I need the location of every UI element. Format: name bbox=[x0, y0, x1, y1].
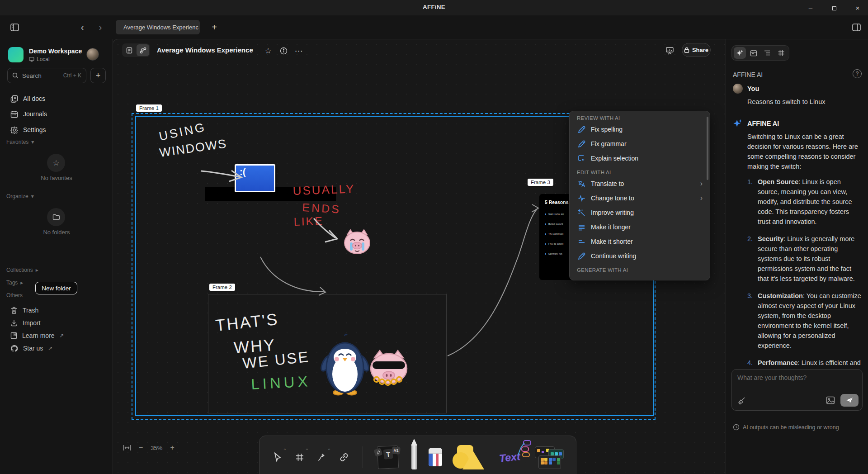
frame2-label[interactable]: Frame 2 bbox=[209, 284, 235, 291]
section-organize[interactable]: Organize ▾ bbox=[6, 193, 34, 199]
sidebar-item-star-us[interactable]: Star us ↗ bbox=[7, 341, 106, 355]
media-card-icon bbox=[538, 455, 561, 469]
menu-item-continue-writing[interactable]: Continue writing bbox=[570, 249, 710, 263]
doc-tab-label: Average Windows Experienc bbox=[123, 24, 198, 31]
pen-icon bbox=[411, 445, 417, 469]
menu-item-fix-spelling[interactable]: Fix spelling bbox=[570, 122, 710, 137]
bullet-text: Better securit bbox=[548, 223, 563, 225]
trash-icon bbox=[10, 307, 18, 314]
broom-icon[interactable] bbox=[737, 396, 746, 405]
shape-tool[interactable] bbox=[453, 445, 484, 469]
new-folder-button[interactable]: New folder bbox=[35, 282, 77, 294]
new-doc-button[interactable]: + bbox=[90, 68, 106, 83]
search-input[interactable]: Search Ctrl + K bbox=[7, 68, 86, 83]
frame-panel-tab[interactable] bbox=[775, 47, 788, 59]
edgeless-mode-button[interactable] bbox=[137, 44, 149, 56]
zoom-level[interactable]: 35% bbox=[151, 445, 162, 451]
bullet-dot-icon bbox=[545, 243, 546, 245]
outline-tab[interactable] bbox=[761, 47, 774, 59]
zoom-in-button[interactable]: + bbox=[170, 444, 174, 452]
menu-item-label: Continue writing bbox=[591, 252, 703, 260]
select-tool[interactable]: ˆ bbox=[271, 450, 284, 465]
connector-icon bbox=[317, 453, 327, 462]
present-button[interactable] bbox=[664, 45, 675, 57]
menu-item-change-tone-to[interactable]: Change tone to › bbox=[570, 191, 710, 205]
share-label: Share bbox=[692, 47, 708, 53]
star-icon: ☆ bbox=[52, 158, 59, 168]
frame2-border[interactable] bbox=[208, 294, 447, 413]
frame3-label[interactable]: Frame 3 bbox=[528, 179, 553, 186]
page-mode-button[interactable] bbox=[123, 44, 136, 56]
close-button[interactable]: × bbox=[852, 4, 863, 12]
menu-item-improve-writing[interactable]: Improve writing bbox=[570, 205, 710, 220]
menu-item-explain-selection[interactable]: Explain selection bbox=[570, 151, 710, 166]
pen-tool[interactable] bbox=[410, 444, 418, 470]
no-favorites-text: No favorites bbox=[7, 175, 106, 181]
doc-more-button[interactable]: ⋯ bbox=[293, 45, 305, 57]
eraser-tool[interactable] bbox=[428, 447, 443, 467]
fit-to-screen-icon[interactable] bbox=[123, 445, 131, 451]
menu-item-translate-to[interactable]: Translate to › bbox=[570, 176, 710, 191]
frame-tool[interactable]: ˆ bbox=[293, 450, 306, 465]
section-favorites[interactable]: Favorites ▾ bbox=[6, 139, 34, 145]
note-tool[interactable]: T H1 bbox=[375, 444, 401, 470]
section-tags[interactable]: Tags ▸ bbox=[6, 280, 23, 286]
sidebar-item-learn-more[interactable]: Learn more ↗ bbox=[7, 329, 106, 342]
list-number: 2. bbox=[747, 234, 755, 284]
menu-item-make-it-longer[interactable]: Make it longer bbox=[570, 220, 710, 234]
connector-tool[interactable]: ˆ bbox=[316, 450, 328, 465]
menu-scrollbar[interactable] bbox=[707, 117, 708, 180]
send-icon bbox=[846, 397, 853, 403]
sidebar-item-import[interactable]: Import bbox=[7, 316, 106, 330]
sidebar-item-settings[interactable]: Settings bbox=[7, 123, 106, 137]
frame1-label[interactable]: Frame 1 bbox=[136, 104, 162, 112]
ai-help-button[interactable]: ? bbox=[853, 69, 862, 78]
media-tool[interactable] bbox=[535, 446, 564, 469]
calendar-icon bbox=[750, 49, 757, 57]
sidebar-item-label: Settings bbox=[23, 126, 46, 133]
explain-selection-icon bbox=[577, 155, 586, 162]
chevron-right-icon: ▸ bbox=[36, 267, 38, 273]
bullet-dot-icon bbox=[545, 213, 546, 215]
maximize-icon bbox=[832, 6, 836, 10]
ai-chat-tab[interactable] bbox=[734, 47, 746, 59]
monitor-icon bbox=[29, 57, 34, 62]
right-panel-toggle-button[interactable] bbox=[850, 21, 863, 33]
bsod-image[interactable]: :( bbox=[235, 164, 275, 192]
nav-forward-button[interactable]: › bbox=[94, 21, 107, 33]
send-button[interactable] bbox=[840, 394, 859, 407]
menu-item-fix-grammar[interactable]: Fix grammar bbox=[570, 137, 710, 151]
sidebar-item-trash[interactable]: Trash bbox=[7, 303, 106, 317]
link-tool[interactable] bbox=[338, 450, 350, 465]
ai-reason-list: 1. Open Source: Linux is open source, me… bbox=[747, 177, 863, 369]
maximize-button[interactable] bbox=[828, 4, 840, 12]
nav-back-button[interactable]: ‹ bbox=[76, 21, 89, 33]
chat-input[interactable]: What are your thoughts? bbox=[731, 369, 863, 411]
minimize-button[interactable]: – bbox=[805, 4, 816, 12]
no-folders-icon bbox=[47, 208, 65, 226]
share-button[interactable]: Share bbox=[682, 43, 711, 57]
chat-input-placeholder: What are your thoughts? bbox=[737, 374, 857, 381]
user-avatar[interactable] bbox=[86, 48, 99, 61]
menu-item-label: Translate to bbox=[591, 180, 695, 187]
zoom-out-button[interactable]: − bbox=[139, 444, 143, 452]
sparkle-icon bbox=[736, 49, 744, 57]
menu-item-make-it-shorter[interactable]: Make it shorter bbox=[570, 234, 710, 249]
doc-title[interactable]: Average Windows Experience bbox=[157, 46, 253, 54]
sidebar-item-journals[interactable]: Journals bbox=[7, 107, 106, 121]
menu-section-header: EDIT WITH AI bbox=[570, 166, 710, 176]
doc-info-button[interactable] bbox=[278, 45, 289, 57]
new-tab-button[interactable]: + bbox=[207, 20, 222, 34]
sidebar-item-all-docs[interactable]: All docs bbox=[7, 92, 106, 105]
bullet-text: Can revive an bbox=[548, 213, 564, 215]
image-upload-icon[interactable] bbox=[826, 396, 835, 404]
doc-tab[interactable]: Average Windows Experienc bbox=[116, 20, 200, 34]
section-label: Favorites bbox=[6, 139, 28, 145]
link-icon bbox=[339, 453, 349, 462]
journal-tab[interactable] bbox=[748, 47, 760, 59]
collapse-sidebar-button[interactable] bbox=[8, 21, 21, 33]
github-icon bbox=[10, 345, 18, 352]
text-tool[interactable]: Text bbox=[494, 445, 525, 469]
section-collections[interactable]: Collections ▸ bbox=[6, 267, 38, 273]
favorite-doc-button[interactable]: ☆ bbox=[262, 45, 274, 57]
